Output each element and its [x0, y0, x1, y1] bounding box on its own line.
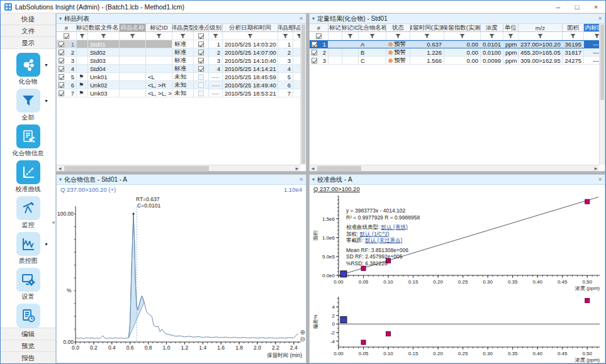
intercept-link[interactable]: 默认 (未过原点) [365, 237, 402, 243]
cell-type[interactable]: 标准 [172, 65, 194, 72]
chevron-down-icon[interactable]: ▼ [44, 63, 48, 67]
cell-mark[interactable]: ⚑ [77, 73, 88, 80]
cell-file[interactable]: Std01 [88, 40, 120, 48]
panel-collapse-icon[interactable]: ▾ [312, 16, 315, 21]
cell-vial[interactable]: 6 [278, 81, 293, 89]
filter-cell[interactable] [359, 32, 386, 40]
cell-cal[interactable] [194, 89, 209, 97]
checkbox[interactable] [316, 33, 322, 39]
sidebar-item-quick[interactable]: 快捷 [1, 13, 55, 25]
cell-level[interactable]: 3 [209, 57, 223, 64]
cell-datetime[interactable]: 2010/5/25 14:10:40 [223, 57, 278, 64]
filter-cell[interactable] [519, 32, 563, 40]
filter-cell[interactable] [563, 32, 584, 40]
cell-is_area[interactable]: ---- [584, 40, 599, 48]
filter-cell[interactable] [172, 32, 194, 40]
table-row[interactable]: 2B预警1.2260.000.0100ppm455.20>165.0531817… [310, 48, 599, 57]
column-header[interactable]: 样品名称 [120, 24, 146, 31]
cell-vial[interactable]: 2 [278, 48, 293, 56]
cell-file[interactable]: Std04 [88, 65, 120, 72]
cell-mark_id[interactable] [342, 48, 359, 56]
filter-cell[interactable] [503, 32, 519, 40]
panel-collapse-icon[interactable]: ▾ [59, 177, 62, 182]
cell-unit[interactable]: ppm [503, 40, 519, 48]
cell-conc[interactable]: 0.0099 [481, 57, 503, 64]
cell-tray[interactable]: 1 [293, 40, 300, 48]
checkbox[interactable] [59, 50, 64, 55]
filter-cell[interactable] [444, 32, 481, 40]
sidebar-item-audit-trail[interactable]: 审查追踪 [1, 304, 55, 328]
filter-cell[interactable] [194, 32, 209, 40]
sidebar-item-compound-info[interactable]: 化合物信息 [1, 124, 55, 158]
panel-close-icon[interactable]: ✕ [598, 16, 602, 21]
horizontal-scrollbar[interactable]: ◀ ▶ [310, 165, 599, 171]
cell-mark_id[interactable] [146, 48, 172, 56]
column-header[interactable]: 标记ID [342, 24, 359, 31]
cell-rt[interactable]: 1.226 [410, 48, 444, 56]
cell-mark_id[interactable]: <L, >L, >R [146, 89, 172, 97]
column-header[interactable]: 化合物名称 [359, 24, 386, 31]
column-header[interactable]: 保留指数(实测) [444, 24, 481, 31]
cell-file[interactable]: Std02 [88, 48, 120, 56]
cell-name[interactable] [120, 89, 146, 97]
curve-type-link[interactable]: 默认 (直线) [381, 224, 408, 230]
mrm-channel-label[interactable]: Q 237.00>100.20 (+) [60, 186, 116, 193]
cell-mark[interactable] [328, 48, 342, 56]
cell-name[interactable] [120, 65, 146, 72]
sidebar-item-settings[interactable]: 设置 [1, 268, 55, 301]
cell-tray[interactable]: 1 [293, 65, 300, 72]
filter-cell[interactable] [386, 32, 410, 40]
cell-mz[interactable]: 309.00>162.95 [519, 57, 563, 64]
checkbox[interactable] [198, 66, 204, 72]
cell-file[interactable]: Unk03 [88, 89, 120, 97]
cell-name[interactable]: C [359, 57, 386, 64]
column-header[interactable]: 样品瓶 [278, 24, 293, 31]
table-row[interactable]: 3Std03标准32010/5/25 14:10:4031 [57, 57, 300, 65]
cell-level[interactable]: 4 [209, 65, 223, 72]
cell-area[interactable]: 36195 [563, 40, 584, 48]
panel-close-icon[interactable]: ✕ [598, 177, 602, 182]
scroll-left-icon[interactable]: ◀ [57, 166, 63, 170]
cell-tray[interactable]: 1 [293, 89, 300, 97]
cell-tray[interactable]: 1 [293, 48, 300, 56]
cell-unit[interactable]: ppm [503, 48, 519, 56]
sidebar-item-edit[interactable]: 编辑 [1, 328, 55, 339]
panel-close-icon[interactable]: ✕ [299, 16, 303, 21]
checkbox[interactable] [311, 41, 317, 47]
cell-file[interactable]: Std03 [88, 57, 120, 64]
cell-tray[interactable]: 1 [293, 73, 300, 80]
cell-mark[interactable] [77, 48, 88, 56]
cell-num[interactable]: 3 [310, 57, 328, 64]
cell-type[interactable]: 标准 [172, 57, 194, 64]
cell-num[interactable]: 6 [57, 81, 77, 89]
chevron-down-icon[interactable]: ▼ [44, 99, 48, 103]
cell-mz[interactable]: 455.20>165.05 [519, 48, 563, 56]
chromatogram-plot[interactable]: 0.00.20.40.60.81.01.21.41.61.82.02.22.41… [57, 194, 306, 364]
filter-cell[interactable] [223, 32, 278, 40]
column-header[interactable]: 分析日期和时间 [223, 24, 278, 31]
column-header[interactable]: 级别 [209, 24, 223, 31]
table-row[interactable]: 1A预警0.6370.000.0101ppm237.00>100.2036195… [310, 40, 599, 48]
minimize-button[interactable]: – [549, 1, 568, 13]
cell-mark_id[interactable]: <L [146, 73, 172, 80]
cell-level[interactable]: 1 [209, 40, 223, 48]
filter-cell[interactable] [342, 32, 359, 40]
column-header[interactable]: 单位 [503, 24, 519, 31]
checkbox[interactable] [198, 50, 204, 55]
filter-cell[interactable] [410, 32, 444, 40]
cell-level[interactable]: ---- [209, 81, 223, 89]
cell-type[interactable]: 未知 [172, 73, 194, 80]
cell-tray[interactable]: 1 [293, 57, 300, 64]
checkbox[interactable] [198, 58, 204, 63]
filter-cell[interactable] [209, 32, 223, 40]
cell-type[interactable]: 未知 [172, 89, 194, 97]
column-header[interactable]: 标记 [77, 24, 88, 31]
table-row[interactable]: 3C预警1.5660.000.0099ppm309.00>162.9524275… [310, 57, 599, 65]
cell-area[interactable]: 31817 [563, 48, 584, 56]
cell-datetime[interactable]: 2010/5/25 18:49:40 [223, 81, 278, 89]
column-header[interactable]: 数据文件名 [88, 24, 120, 31]
checkbox[interactable] [59, 91, 64, 96]
checkbox[interactable] [59, 41, 64, 47]
cell-mark[interactable]: ⚑ [77, 89, 88, 97]
cell-unit[interactable]: ppm [503, 57, 519, 64]
